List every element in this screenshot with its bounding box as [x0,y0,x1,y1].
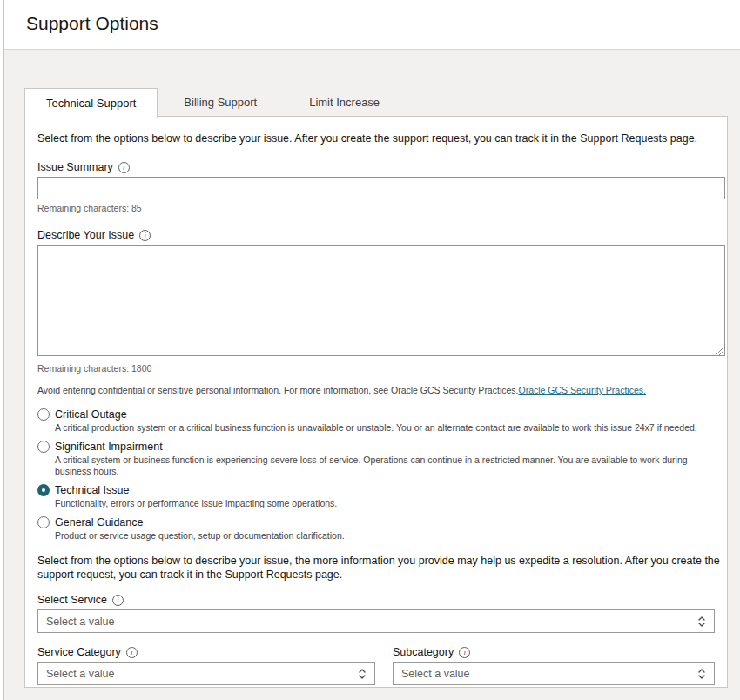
radio-description: Product or service usage question, setup… [55,530,715,542]
radio-description: A critical production system or a critic… [55,422,715,434]
privacy-note: Avoid entering confidential or sensitive… [37,385,518,395]
chevron-up-down-icon [697,615,706,629]
radio-button-icon[interactable] [37,408,50,421]
severity-radio-group: Critical Outage A critical production sy… [37,408,715,542]
info-icon[interactable]: i [118,162,130,173]
info-icon[interactable]: i [126,647,138,658]
radio-button-selected-icon[interactable] [37,484,50,496]
describe-issue-textarea[interactable] [37,245,725,356]
tab-billing-support[interactable]: Billing Support [158,88,283,117]
chevron-up-down-icon [697,667,706,681]
subcategory-label: Subcategory [393,646,454,658]
issue-summary-remaining: Remaining characters: 85 [37,203,715,213]
radio-label: Significant Impairment [55,441,163,453]
severity-option-significant-impairment: Significant Impairment A critical system… [37,441,715,477]
service-category-label: Service Category [37,646,121,658]
security-practices-link[interactable]: Oracle GCS Security Practices. [518,385,645,395]
radio-button-icon[interactable] [37,441,50,453]
radio-label: Technical Issue [55,484,129,496]
info-icon[interactable]: i [112,595,124,606]
tabs: Technical Support Billing Support Limit … [24,87,406,117]
radio-label: General Guidance [55,516,143,528]
subcategory-value: Select a value [401,668,470,680]
tab-technical-support[interactable]: Technical Support [24,88,158,118]
select-service-label: Select Service [37,594,107,606]
issue-summary-label: Issue Summary [37,161,113,173]
issue-summary-input[interactable] [37,177,725,199]
info-icon[interactable]: i [459,647,470,658]
second-intro-text: Select from the options below to describ… [37,554,723,582]
service-category-dropdown[interactable]: Select a value [37,662,375,685]
content-area: Technical Support Billing Support Limit … [4,50,740,700]
radio-critical-outage[interactable]: Critical Outage [37,408,715,421]
chevron-up-down-icon [358,667,367,681]
resize-grip-icon[interactable] [715,347,723,356]
severity-option-critical-outage: Critical Outage A critical production sy… [37,408,715,434]
severity-option-general-guidance: General Guidance Product or service usag… [37,516,715,542]
tab-limit-increase[interactable]: Limit Increase [283,88,406,117]
select-service-dropdown[interactable]: Select a value [37,609,715,633]
service-category-value: Select a value [46,668,115,680]
radio-general-guidance[interactable]: General Guidance [37,516,715,528]
intro-text: Select from the options below to describ… [37,132,715,145]
technical-support-panel: Select from the options below to describ… [24,116,728,688]
describe-issue-label: Describe Your Issue [37,229,134,241]
subcategory-dropdown[interactable]: Select a value [393,662,715,685]
radio-label: Critical Outage [55,408,127,421]
severity-option-technical-issue: Technical Issue Functionality, errors or… [37,484,715,509]
radio-description: Functionality, errors or performance iss… [55,498,715,509]
radio-technical-issue[interactable]: Technical Issue [37,484,715,496]
radio-button-icon[interactable] [37,516,50,528]
radio-significant-impairment[interactable]: Significant Impairment [37,441,715,453]
page-title: Support Options [26,13,158,34]
describe-issue-remaining: Remaining characters: 1800 [37,363,715,374]
select-service-value: Select a value [46,616,115,628]
info-icon[interactable]: i [139,230,151,241]
page-header: Support Options [4,0,740,50]
radio-description: A critical system or business function i… [55,454,715,477]
